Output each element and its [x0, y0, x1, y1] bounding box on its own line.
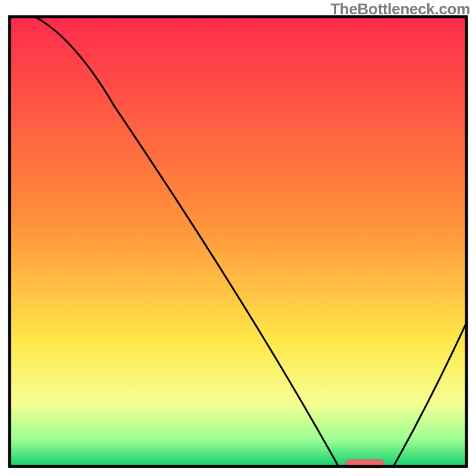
chart-canvas: { "watermark": "TheBottleneck.com", "col…: [0, 0, 476, 476]
heat-gradient: [10, 17, 466, 466]
watermark: TheBottleneck.com: [330, 0, 470, 18]
plot-svg: [0, 0, 476, 476]
